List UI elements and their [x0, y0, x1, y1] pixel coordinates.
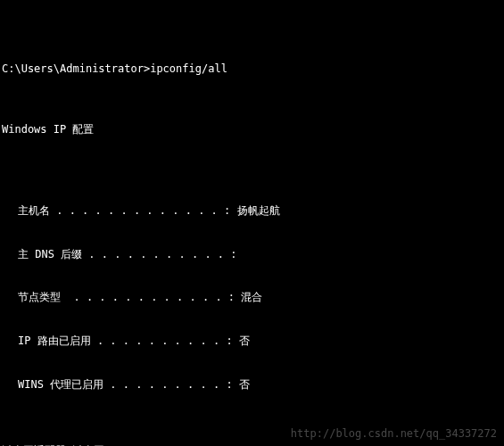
dots: . . . . . . . . . . . : [82, 247, 236, 261]
dots: . . . . . . . . . . : [91, 334, 239, 348]
dots: . . . . . . . . . . . . . : [50, 203, 237, 218]
label: 主机名 [2, 203, 50, 218]
dots: . . . . . . . . . : [103, 377, 239, 392]
label: 节点类型 [2, 290, 61, 304]
value: 否 [239, 377, 250, 392]
value: 扬帆起航 [237, 203, 280, 218]
row-primary-dns-suffix: 主 DNS 后缀 . . . . . . . . . . . : [2, 247, 502, 261]
row-hostname: 主机名 . . . . . . . . . . . . . : 扬帆起航 [2, 203, 502, 218]
watermark: http://blog.csdn.net/qq_34337272 [291, 426, 497, 441]
command-prompt-line: C:\Users\Administrator>ipconfig/all [2, 62, 502, 76]
value: 混合 [241, 290, 262, 304]
dots: . . . . . . . . . . . . : [61, 290, 241, 304]
label: IP 路由已启用 [2, 334, 91, 348]
row-wins-proxy: WINS 代理已启用 . . . . . . . . . : 否 [2, 377, 502, 392]
row-ip-routing: IP 路由已启用 . . . . . . . . . . : 否 [2, 334, 502, 348]
label: 主 DNS 后缀 [2, 247, 82, 261]
value: 否 [239, 334, 250, 348]
row-node-type: 节点类型 . . . . . . . . . . . . : 混合 [2, 290, 502, 304]
section-windows-ip: Windows IP 配置 [2, 122, 502, 136]
label: WINS 代理已启用 [2, 377, 103, 392]
general-block: 主机名 . . . . . . . . . . . . . : 扬帆起航 主 D… [2, 175, 502, 406]
